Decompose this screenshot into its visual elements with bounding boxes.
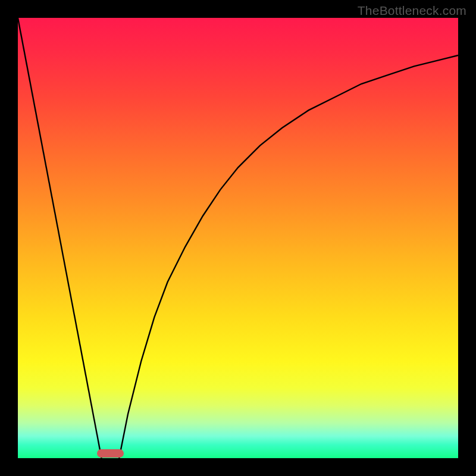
- watermark-text: TheBottleneck.com: [358, 4, 466, 18]
- right-curve-line: [119, 55, 458, 458]
- plot-area: [18, 18, 458, 458]
- minimum-marker: [97, 449, 123, 458]
- left-slope-line: [18, 18, 102, 458]
- curve-layer: [18, 18, 458, 458]
- chart-root: TheBottleneck.com: [0, 0, 476, 476]
